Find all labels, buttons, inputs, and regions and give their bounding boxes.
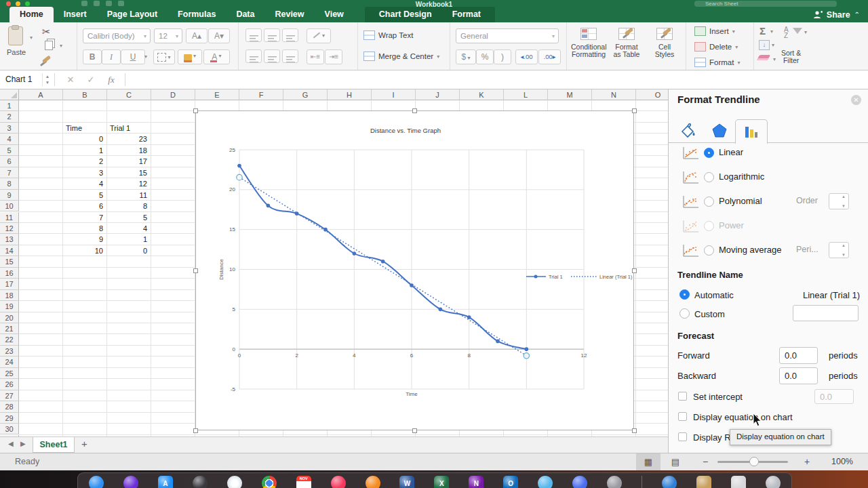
cell-styles-button[interactable]: CellStyles (647, 28, 682, 58)
forward-input[interactable] (779, 347, 818, 364)
chart-resize-handle[interactable] (632, 108, 637, 113)
row-header-14[interactable]: 14 (0, 245, 19, 256)
comma-button[interactable]: ) (494, 49, 511, 64)
column-header-D[interactable]: D (151, 89, 195, 100)
merge-center-button[interactable]: Merge & Center▾ (363, 52, 439, 61)
wrap-text-button[interactable]: Wrap Text (363, 30, 413, 40)
delete-cells-button[interactable]: Delete▾ (694, 42, 738, 52)
option-linear[interactable]: Linear (669, 141, 868, 165)
column-header-E[interactable]: E (195, 89, 239, 100)
paste-button[interactable]: Paste (7, 26, 24, 56)
align-top-icon[interactable] (245, 28, 262, 42)
grid-cell[interactable]: 15 (107, 167, 151, 178)
dock-icon-network-globe[interactable] (662, 476, 677, 488)
share-button[interactable]: Share ⌃ (812, 7, 860, 22)
currency-button[interactable]: $ ▾ (456, 49, 476, 64)
sheet-tab-sheet1[interactable]: Sheet1 (33, 437, 75, 453)
row-header-2[interactable]: 2 (0, 111, 19, 122)
chart-resize-handle[interactable] (412, 108, 417, 113)
bold-button[interactable]: B (83, 49, 102, 64)
row-header-5[interactable]: 5 (0, 145, 19, 156)
column-header-M[interactable]: M (548, 89, 592, 100)
name-box[interactable]: Chart 1 (0, 70, 42, 89)
autosum-button[interactable]: Σ (760, 25, 766, 37)
zoom-in-button[interactable]: + (804, 453, 810, 470)
copy-dropdown-arrow[interactable]: ▾ (60, 43, 62, 49)
row-header-9[interactable]: 9 (0, 190, 19, 201)
decrease-decimal-button[interactable]: .00▸ (538, 49, 561, 64)
tab-effects[interactable] (704, 119, 735, 142)
dock-icon-music-sphere[interactable] (123, 476, 138, 488)
format-painter-icon[interactable] (42, 56, 51, 64)
tab-home[interactable]: Home (9, 7, 54, 22)
grid-cell[interactable]: 18 (107, 145, 151, 156)
row-header-13[interactable]: 13 (0, 234, 19, 245)
chart-resize-handle[interactable] (193, 428, 198, 433)
dock-icon-finder[interactable] (89, 476, 104, 488)
align-bottom-icon[interactable] (282, 28, 298, 42)
grid-cell[interactable]: 8 (63, 223, 107, 234)
next-sheet-icon[interactable]: ▶ (20, 440, 26, 447)
row-header-22[interactable]: 22 (0, 334, 19, 345)
font-name-combo[interactable]: Calibri (Body)▾ (83, 28, 151, 43)
chart-resize-handle[interactable] (632, 428, 637, 433)
grid-cell[interactable]: 8 (107, 201, 151, 211)
dock-icon-trash[interactable] (766, 476, 781, 488)
row-header-10[interactable]: 10 (0, 201, 19, 211)
format-cells-button[interactable]: Format▾ (694, 58, 740, 67)
display-rsquared-checkbox[interactable] (678, 432, 687, 441)
grid-cell[interactable]: 2 (63, 156, 107, 167)
zoom-out-button[interactable]: − (703, 453, 708, 470)
dock-icon-settings[interactable] (607, 476, 622, 488)
insert-cells-button[interactable]: Insert▾ (694, 26, 735, 36)
grid-cell[interactable]: 5 (63, 190, 107, 201)
grid-cell[interactable]: 23 (107, 134, 151, 144)
font-color-button[interactable]: A ▾ (203, 49, 230, 64)
chart-object[interactable]: -50510152025024681012Distance vs. Time G… (195, 110, 634, 430)
dock-icon-downloads-stack[interactable] (731, 476, 746, 488)
option-logarithmic[interactable]: Logarithmic (669, 165, 868, 190)
column-header-A[interactable]: A (19, 89, 63, 100)
column-header-H[interactable]: H (328, 89, 372, 100)
grid-cell[interactable]: 0 (107, 245, 151, 256)
row-header-30[interactable]: 30 (0, 424, 19, 434)
enter-button[interactable]: ✓ (83, 70, 99, 89)
percent-button[interactable]: % (476, 49, 494, 64)
increase-indent-icon[interactable]: ⇥≡ (325, 49, 342, 64)
row-header-18[interactable]: 18 (0, 290, 19, 301)
polynomial-radio[interactable] (704, 197, 714, 207)
grid-cell[interactable]: Trial 1 (107, 123, 151, 134)
collapse-ribbon-icon[interactable]: ⌃ (854, 11, 860, 18)
grid-cell[interactable]: Time (63, 123, 107, 134)
option-power[interactable]: Power (669, 214, 868, 239)
grid-cell[interactable]: 0 (63, 134, 107, 144)
row-header-21[interactable]: 21 (0, 323, 19, 334)
dock-icon-music[interactable] (331, 476, 346, 488)
row-header-7[interactable]: 7 (0, 167, 19, 178)
backward-input[interactable] (779, 367, 818, 384)
paste-dropdown-arrow[interactable]: ▾ (30, 35, 33, 41)
row-header-6[interactable]: 6 (0, 156, 19, 167)
grid-cell[interactable]: 5 (107, 212, 151, 223)
chart-resize-handle[interactable] (412, 428, 417, 433)
column-header-N[interactable]: N (592, 89, 636, 100)
chart-resize-handle[interactable] (193, 108, 198, 113)
dock-icon-onenote[interactable]: N (469, 476, 484, 488)
tab-trendline-options[interactable] (735, 119, 768, 144)
cancel-button[interactable]: ✕ (62, 70, 79, 89)
tab-fill-line[interactable] (673, 119, 704, 142)
underline-dropdown-arrow[interactable]: ▾ (144, 54, 147, 60)
normal-view-button[interactable]: ▦ (636, 453, 660, 470)
name-box-stepper[interactable]: ▲▼ (42, 73, 52, 86)
shrink-font-button[interactable]: A▾ (208, 28, 230, 43)
select-all-corner[interactable] (0, 89, 19, 100)
row-header-15[interactable]: 15 (0, 256, 19, 267)
tab-format[interactable]: Format (442, 7, 491, 22)
grid-cell[interactable]: 11 (107, 190, 151, 201)
dock-icon-word[interactable]: W (399, 476, 414, 488)
display-equation-checkbox[interactable] (678, 412, 687, 421)
period-spinner[interactable] (829, 242, 849, 258)
set-intercept-checkbox[interactable] (678, 392, 687, 401)
dock-icon-safari[interactable] (227, 476, 242, 488)
grid-cell[interactable]: 10 (63, 245, 107, 256)
